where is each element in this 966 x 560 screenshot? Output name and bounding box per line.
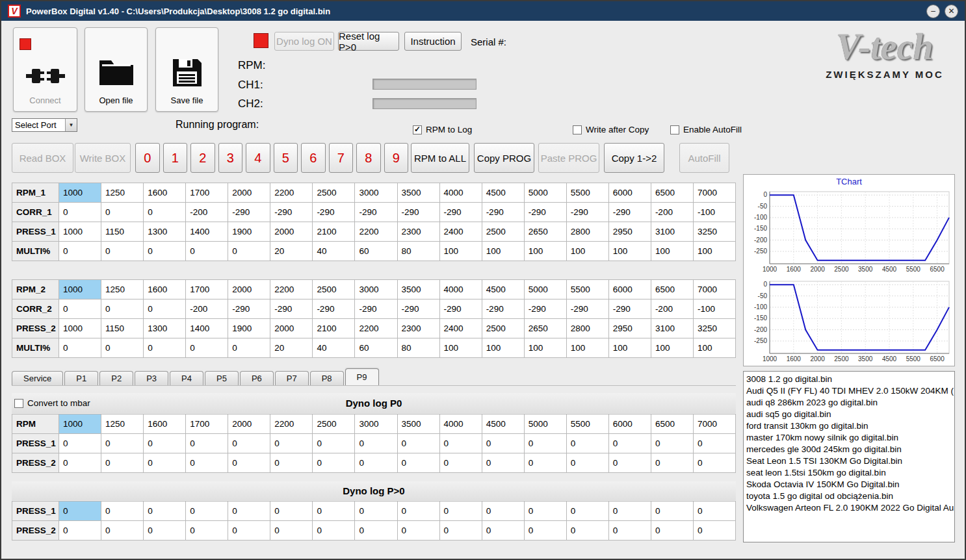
value-cell[interactable]: 1400: [186, 222, 228, 242]
value-cell[interactable]: 1600: [144, 183, 186, 203]
value-cell[interactable]: 0: [101, 434, 144, 453]
value-cell[interactable]: 0: [270, 521, 313, 541]
file-list-item[interactable]: Skoda Octavia IV 150KM Go Digital.bin: [746, 479, 952, 490]
value-cell[interactable]: 0: [59, 338, 101, 358]
value-cell[interactable]: 1000: [59, 222, 101, 242]
autofill-button[interactable]: AutoFill: [679, 143, 729, 173]
value-cell[interactable]: -200: [651, 299, 693, 319]
value-cell[interactable]: 0: [651, 434, 693, 453]
value-cell[interactable]: 2200: [355, 222, 397, 242]
reset-log-button[interactable]: Reset log P>0: [338, 32, 399, 51]
value-cell[interactable]: 0: [608, 502, 651, 521]
value-cell[interactable]: -200: [186, 299, 228, 319]
value-cell[interactable]: 5000: [524, 414, 566, 434]
value-cell[interactable]: 2650: [524, 222, 566, 242]
value-cell[interactable]: 0: [186, 242, 228, 261]
value-cell[interactable]: 2500: [313, 183, 355, 203]
enable-autofill-checkbox[interactable]: Enable AutoFill: [670, 125, 742, 134]
file-list-item[interactable]: ford transit 130km go digital.bin: [746, 420, 952, 432]
value-cell[interactable]: 0: [608, 453, 651, 473]
value-cell[interactable]: 6000: [608, 280, 651, 299]
value-cell[interactable]: 5000: [524, 280, 566, 299]
value-cell[interactable]: 0: [482, 521, 524, 541]
value-cell[interactable]: 100: [439, 338, 482, 358]
value-cell[interactable]: 2200: [355, 319, 397, 338]
tab-p6[interactable]: P6: [240, 371, 274, 385]
value-cell[interactable]: 1700: [186, 414, 228, 434]
value-cell[interactable]: 0: [101, 521, 144, 541]
value-cell[interactable]: 1250: [101, 183, 144, 203]
value-cell[interactable]: 100: [524, 242, 566, 261]
file-list-item[interactable]: seat leon 1.5tsi 150km go digital.bin: [746, 467, 952, 479]
value-cell[interactable]: 1700: [186, 280, 228, 299]
value-cell[interactable]: 2500: [482, 319, 524, 338]
value-cell[interactable]: 0: [524, 434, 566, 453]
value-cell[interactable]: -290: [439, 203, 482, 222]
value-cell[interactable]: 7000: [693, 280, 735, 299]
value-cell[interactable]: 0: [313, 502, 355, 521]
value-cell[interactable]: 2200: [270, 414, 313, 434]
value-cell[interactable]: -290: [270, 299, 313, 319]
value-cell[interactable]: 1600: [144, 280, 186, 299]
value-cell[interactable]: 0: [186, 502, 228, 521]
select-port-dropdown[interactable]: Select Port ▼: [12, 118, 77, 132]
value-cell[interactable]: 6500: [651, 414, 693, 434]
digit-button-6[interactable]: 6: [301, 143, 326, 173]
value-cell[interactable]: 0: [59, 502, 101, 521]
value-cell[interactable]: 1150: [101, 222, 144, 242]
value-cell[interactable]: 0: [101, 242, 144, 261]
file-list-item[interactable]: Seat Leon 1.5 TSI 130KM Go Digital.bin: [746, 455, 952, 467]
value-cell[interactable]: 100: [693, 338, 735, 358]
digit-button-5[interactable]: 5: [274, 143, 298, 173]
value-cell[interactable]: 40: [313, 338, 355, 358]
value-cell[interactable]: 7000: [693, 183, 735, 203]
value-cell[interactable]: 0: [397, 453, 439, 473]
tab-p8[interactable]: P8: [310, 371, 344, 385]
value-cell[interactable]: 0: [59, 203, 101, 222]
value-cell[interactable]: 2300: [397, 222, 439, 242]
value-cell[interactable]: 2800: [566, 319, 608, 338]
value-cell[interactable]: 1400: [186, 319, 228, 338]
digit-button-0[interactable]: 0: [135, 143, 160, 173]
value-cell[interactable]: 100: [608, 242, 651, 261]
value-cell[interactable]: -290: [355, 203, 397, 222]
tab-p2[interactable]: P2: [99, 371, 133, 385]
value-cell[interactable]: 0: [397, 434, 439, 453]
value-cell[interactable]: 2000: [228, 183, 270, 203]
value-cell[interactable]: 0: [59, 453, 101, 473]
value-cell[interactable]: 0: [101, 299, 144, 319]
write-box-button[interactable]: Write BOX: [75, 143, 131, 173]
value-cell[interactable]: 0: [101, 453, 144, 473]
value-cell[interactable]: 3250: [693, 222, 735, 242]
value-cell[interactable]: 0: [186, 453, 228, 473]
value-cell[interactable]: 2000: [228, 414, 270, 434]
paste-prog-button[interactable]: Paste PROG: [538, 143, 599, 173]
value-cell[interactable]: 1150: [101, 319, 144, 338]
checkbox-box-icon[interactable]: [413, 125, 422, 134]
value-cell[interactable]: 0: [228, 338, 270, 358]
tab-p4[interactable]: P4: [170, 371, 203, 385]
value-cell[interactable]: 0: [186, 434, 228, 453]
value-cell[interactable]: 0: [270, 453, 313, 473]
value-cell[interactable]: -290: [397, 299, 439, 319]
value-cell[interactable]: 1000: [59, 280, 101, 299]
value-cell[interactable]: 0: [693, 434, 735, 453]
file-list-item[interactable]: master 170km nowy silnik go digital.bin: [746, 432, 952, 444]
value-cell[interactable]: 0: [144, 502, 186, 521]
value-cell[interactable]: 2000: [270, 319, 313, 338]
value-cell[interactable]: 3100: [651, 319, 693, 338]
value-cell[interactable]: 2200: [270, 280, 313, 299]
value-cell[interactable]: 5500: [566, 414, 608, 434]
value-cell[interactable]: 40: [313, 242, 355, 261]
value-cell[interactable]: 1600: [144, 414, 186, 434]
file-list-item[interactable]: audi q8 286km 2023 go digital.bin: [746, 397, 952, 409]
tab-p9[interactable]: P9: [345, 368, 379, 385]
value-cell[interactable]: -290: [524, 203, 566, 222]
value-cell[interactable]: 0: [101, 338, 144, 358]
value-cell[interactable]: 80: [397, 242, 439, 261]
value-cell[interactable]: 2800: [566, 222, 608, 242]
value-cell[interactable]: 2500: [313, 414, 355, 434]
value-cell[interactable]: 0: [228, 502, 270, 521]
dyno-log-on-button[interactable]: Dyno log ON: [274, 32, 334, 51]
value-cell[interactable]: 100: [566, 338, 608, 358]
